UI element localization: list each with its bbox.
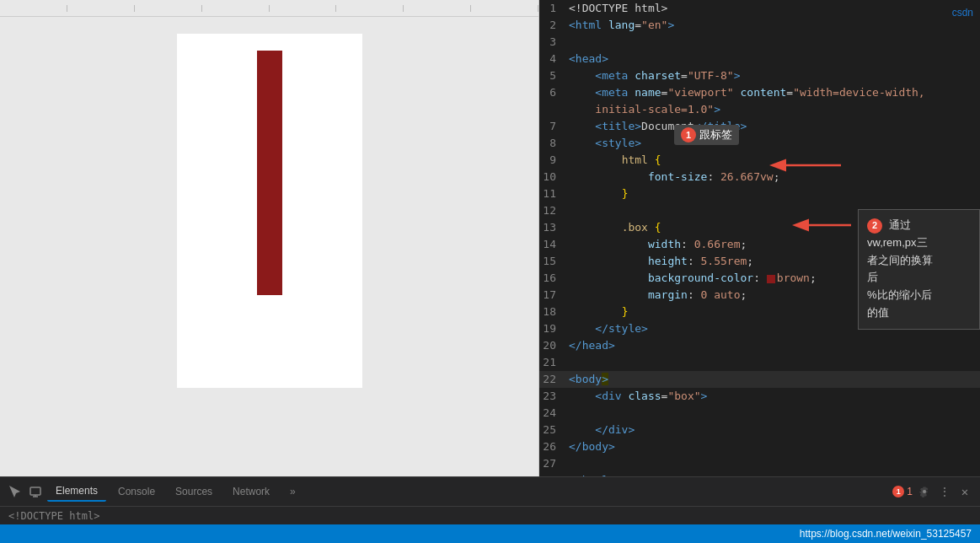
tab-sources[interactable]: Sources xyxy=(167,482,221,501)
line-number: 24 xyxy=(539,405,569,422)
error-count-badge: 1 xyxy=(892,486,904,497)
badge-1: 1 xyxy=(681,127,696,142)
line-number: 7 xyxy=(539,118,569,135)
line-number: 19 xyxy=(539,320,569,337)
code-line-23: 23 <div class="box"> xyxy=(539,388,980,405)
code-line-27: 27 xyxy=(539,455,980,472)
line-content: } xyxy=(569,185,973,202)
code-line-24: 24 xyxy=(539,405,980,422)
line-number: 18 xyxy=(539,304,569,320)
line-number: 14 xyxy=(539,236,569,253)
code-line-7: 7 <title>Document</title> xyxy=(539,118,980,135)
code-line-6b: initial-scale=1.0"> xyxy=(539,101,980,118)
line-number: 11 xyxy=(539,185,569,202)
code-line-21: 21 xyxy=(539,354,980,371)
more-tabs-button[interactable]: » xyxy=(281,482,304,501)
badge-2: 2 xyxy=(867,218,882,234)
doctype-bar: <!DOCTYPE html> xyxy=(0,506,980,524)
line-number: 12 xyxy=(539,202,569,219)
annotation-2-tooltip: 2 通过vw,rem,px三者之间的换算后%比的缩小后的值 xyxy=(858,209,980,330)
line-content: <meta name="viewport" content="width=dev… xyxy=(569,84,973,101)
error-count-label: 1 xyxy=(907,486,913,497)
line-number: 3 xyxy=(539,34,569,51)
line-number: 27 xyxy=(539,455,569,472)
line-number: 2 xyxy=(539,17,569,34)
annotation-1-label: 跟标签 xyxy=(699,127,732,142)
line-number: 17 xyxy=(539,287,569,304)
line-number: 1 xyxy=(539,0,569,17)
line-content: <!DOCTYPE html> xyxy=(569,0,973,17)
error-badge: 1 1 xyxy=(892,486,913,497)
line-content: <head> xyxy=(569,51,973,67)
ruler-mark xyxy=(67,5,135,12)
settings-button[interactable] xyxy=(916,483,933,500)
ruler-mark xyxy=(471,5,538,12)
code-line-10: 10 font-size: 26.667vw; xyxy=(539,169,980,185)
ruler xyxy=(0,0,538,17)
code-line-8: 8 <style> xyxy=(539,135,980,152)
line-number: 20 xyxy=(539,337,569,354)
code-line-5: 5 <meta charset="UTF-8"> xyxy=(539,67,980,84)
code-line-4: 4 <head> xyxy=(539,51,980,67)
ruler-mark xyxy=(336,5,404,12)
code-line-22: 22 <body> xyxy=(539,371,980,388)
line-content: <style> xyxy=(569,135,973,152)
line-content: <html lang="en"> xyxy=(569,17,973,34)
line-content: <meta charset="UTF-8"> xyxy=(569,67,973,84)
line-number: 10 xyxy=(539,169,569,185)
device-icon[interactable] xyxy=(27,483,44,500)
preview-box xyxy=(257,51,282,295)
svg-rect-2 xyxy=(30,487,40,495)
ruler-mark xyxy=(270,5,337,12)
tab-network[interactable]: Network xyxy=(224,482,278,501)
line-number: 26 xyxy=(539,438,569,455)
line-content: </div> xyxy=(569,422,973,438)
ruler-mark xyxy=(135,5,202,12)
code-line-9: 9 html { xyxy=(539,152,980,169)
line-content: <div class="box"> xyxy=(569,388,973,405)
line-number: 16 xyxy=(539,270,569,287)
tab-console[interactable]: Console xyxy=(110,482,163,501)
line-number: 9 xyxy=(539,152,569,169)
line-number: 21 xyxy=(539,354,569,371)
close-devtools-button[interactable]: ✕ xyxy=(956,483,973,500)
line-number: 4 xyxy=(539,51,569,67)
code-panel: 1 跟标签 2 通过vw,rem,px三者之间的换算后%比的缩小后的值 xyxy=(539,0,980,476)
ruler-mark xyxy=(202,5,270,12)
code-line-11: 11 } xyxy=(539,185,980,202)
url-display: https://blog.csdn.net/weixin_53125457 xyxy=(800,528,972,540)
line-number: 8 xyxy=(539,135,569,152)
code-line-6: 6 <meta name="viewport" content="width=d… xyxy=(539,84,980,101)
code-line-25: 25 </div> xyxy=(539,422,980,438)
line-content: initial-scale=1.0"> xyxy=(569,101,973,118)
more-options-button[interactable]: ⋮ xyxy=(936,483,953,500)
line-number: 5 xyxy=(539,67,569,84)
line-content: <title>Document</title> xyxy=(569,118,973,135)
line-number: 25 xyxy=(539,422,569,438)
devtools-toolbar[interactable]: Elements Console Sources Network » 1 1 ⋮… xyxy=(0,476,980,506)
annotation-1-tooltip: 1 跟标签 xyxy=(674,125,739,145)
line-content: <body> xyxy=(569,371,973,388)
tab-elements[interactable]: Elements xyxy=(47,481,106,502)
line-number: 23 xyxy=(539,388,569,405)
ruler-mark xyxy=(404,5,471,12)
code-line-20: 20 </head> xyxy=(539,337,980,354)
line-number: 22 xyxy=(539,371,569,388)
doctype-text: <!DOCTYPE html> xyxy=(8,510,99,522)
preview-panel xyxy=(0,0,539,476)
status-bar: https://blog.csdn.net/weixin_53125457 xyxy=(0,524,980,543)
inspect-icon[interactable] xyxy=(7,483,24,500)
code-line-3: 3 xyxy=(539,34,980,51)
line-number: 15 xyxy=(539,253,569,270)
code-line-1: 1 <!DOCTYPE html> xyxy=(539,0,980,17)
line-number: 13 xyxy=(539,219,569,236)
ruler-mark xyxy=(0,5,67,12)
code-line-2: 2 <html lang="en"> xyxy=(539,17,980,34)
line-number: 6 xyxy=(539,84,569,101)
code-line-26: 26 </body> xyxy=(539,438,980,455)
csdn-watermark: csdn xyxy=(952,7,973,19)
arrow-2 xyxy=(792,218,855,236)
line-content: </head> xyxy=(569,337,973,354)
line-content: </body> xyxy=(569,438,973,455)
annotation-2-label: 通过vw,rem,px三者之间的换算后%比的缩小后的值 xyxy=(867,218,933,319)
